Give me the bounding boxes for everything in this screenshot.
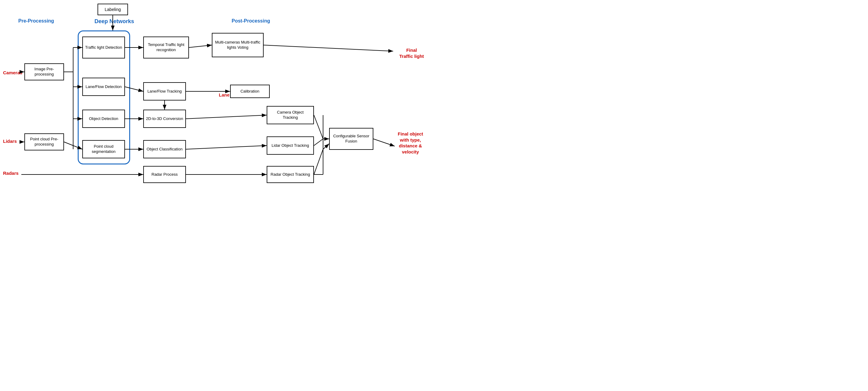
cameras-label: Cameras (3, 70, 22, 75)
post-processing-label: Post-Processing (231, 18, 270, 24)
final-object-label: Final objectwith type,distance &velocity (398, 131, 423, 155)
temporal-traffic-box: Temporal Traffic light recognition (143, 37, 189, 59)
svg-line-27 (373, 139, 395, 146)
configurable-sensor-fusion-box: Configurable Sensor Fusion (329, 128, 373, 150)
image-preprocessing-box: Image Pre-processing (24, 63, 64, 80)
svg-line-11 (125, 87, 143, 91)
svg-line-10 (264, 45, 393, 51)
lane-flow-tracking-box: Lane/Flow Tracking (143, 82, 186, 100)
radars-label: Radars (3, 170, 19, 176)
object-detection-box: Object Detection (82, 110, 125, 128)
svg-line-26 (323, 144, 329, 149)
lane-flow-detection-box: Lane/Flow Detection (82, 78, 125, 96)
multi-cameras-box: Multi-cameras Multi-traffic lights Votin… (212, 33, 264, 57)
camera-object-tracking-box: Camera Object Tracking (267, 106, 314, 124)
deep-networks-label: Deep Networks (94, 18, 134, 25)
svg-line-15 (186, 115, 267, 119)
radar-object-tracking-box: Radar Object Tracking (267, 166, 314, 183)
conversion-2d-3d-box: 2D-to-3D Conversion (143, 110, 186, 128)
object-classification-box: Object Classification (143, 140, 186, 158)
final-traffic-light-label: FinalTraffic light (399, 47, 424, 59)
lidar-object-tracking-box: Lidar Object Tracking (267, 136, 314, 155)
point-cloud-preprocessing-box: Point cloud Pre-processing (24, 133, 64, 151)
svg-line-24 (314, 149, 323, 174)
calibration-box: Calibration (230, 85, 270, 98)
svg-line-23 (314, 139, 323, 145)
lane-label: Lane (219, 92, 229, 97)
labeling-box: Labeling (97, 4, 128, 15)
point-cloud-segmentation-box: Point cloud segmentation (82, 140, 125, 158)
radar-process-box: Radar Process (143, 166, 186, 183)
traffic-light-detection-box: Traffic light Detection (82, 37, 125, 59)
svg-line-22 (314, 115, 323, 139)
lidars-label: Lidars (3, 138, 17, 144)
arrows-svg (0, 0, 434, 195)
svg-line-19 (186, 145, 267, 149)
pre-processing-label: Pre-Processing (18, 18, 54, 24)
diagram: Pre-Processing Deep Networks Post-Proces… (0, 0, 434, 195)
svg-line-9 (189, 45, 212, 47)
svg-line-17 (64, 142, 82, 149)
